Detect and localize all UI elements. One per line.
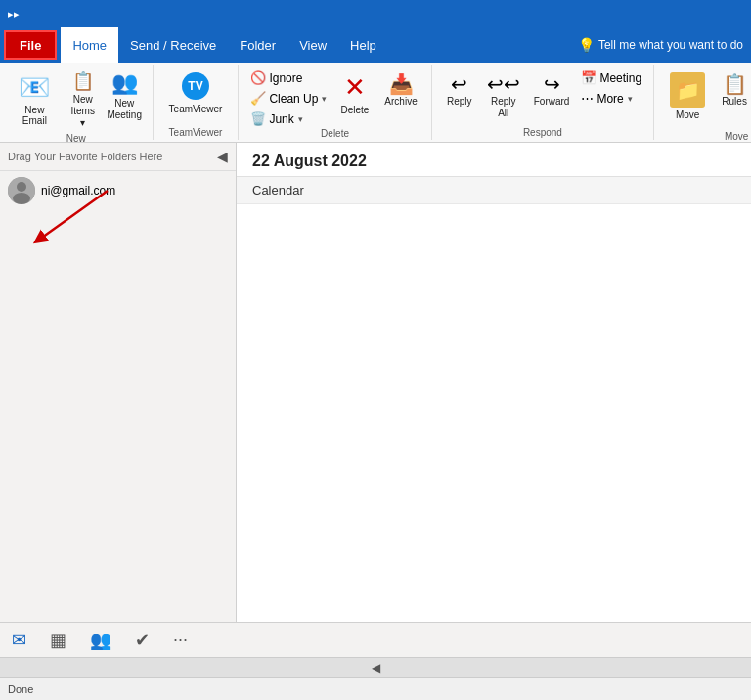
- archive-button[interactable]: 📥 Archive: [378, 68, 422, 111]
- junk-label: Junk: [269, 112, 293, 126]
- date-header: 22 August 2022: [237, 143, 751, 177]
- status-text: Done: [8, 683, 33, 695]
- delete-button[interactable]: ✕ Delete: [332, 68, 376, 119]
- lightbulb-icon: 💡: [578, 37, 595, 53]
- avatar: [8, 177, 35, 204]
- ribbon-group-respond-content: ↩ Reply ↩↩ ReplyAll ↪ Forward 📅 Meeting: [440, 68, 645, 127]
- more-respond-icon: ⋯: [581, 91, 594, 106]
- meeting-respond-button[interactable]: 📅 Meeting: [577, 68, 645, 87]
- menu-send-receive[interactable]: Send / Receive: [118, 27, 228, 63]
- delete-small-btns: 🚫 Ignore 🧹 Clean Up ▾ 🗑️ Junk ▾: [246, 68, 331, 128]
- more-respond-arrow: ▾: [628, 94, 633, 104]
- svg-point-1: [17, 182, 26, 192]
- sidebar: Drag Your Favorite Folders Here ◀ ni@gma…: [0, 143, 237, 622]
- menu-folder[interactable]: Folder: [228, 27, 287, 63]
- ribbon-group-tv-content: TV TeamViewer: [161, 68, 231, 127]
- more-respond-label: More: [596, 92, 623, 106]
- scroll-bar-bottom[interactable]: ◀: [0, 657, 751, 677]
- new-meeting-icon: 👥: [111, 70, 138, 96]
- junk-arrow: ▾: [298, 114, 303, 124]
- move-button[interactable]: 📁 Move: [662, 68, 713, 124]
- ribbon-group-move-label: Move: [725, 131, 748, 144]
- new-items-icon: 📋: [72, 70, 94, 92]
- app-body: Drag Your Favorite Folders Here ◀ ni@gma…: [0, 143, 751, 622]
- tell-me-text: Tell me what you want to do: [598, 38, 743, 52]
- file-button[interactable]: File: [4, 30, 57, 60]
- bottom-nav: ✉ ▦ 👥 ✔ ···: [0, 622, 751, 657]
- ignore-label: Ignore: [269, 71, 302, 85]
- teamviewer-button[interactable]: TV TeamViewer: [161, 68, 231, 118]
- move-label: Move: [676, 109, 699, 120]
- ignore-button[interactable]: 🚫 Ignore: [246, 68, 331, 87]
- reply-all-icon: ↩↩: [487, 72, 520, 96]
- cleanup-arrow: ▾: [322, 94, 327, 104]
- ribbon: 📧 New Email 📋 NewItems ▾ 👥 NewMeeting Ne…: [0, 63, 751, 143]
- ribbon-group-teamviewer: TV TeamViewer TeamViewer: [154, 65, 240, 140]
- ribbon-group-delete-content: 🚫 Ignore 🧹 Clean Up ▾ 🗑️ Junk ▾ ✕ Delete: [246, 68, 422, 128]
- title-dots: ▸▸: [8, 8, 20, 21]
- new-items-label: NewItems ▾: [69, 94, 97, 129]
- reply-all-button[interactable]: ↩↩ ReplyAll: [481, 68, 526, 123]
- reply-button[interactable]: ↩ Reply: [440, 68, 479, 111]
- ribbon-group-new-label: New: [66, 133, 86, 146]
- status-bar: Done: [0, 677, 751, 700]
- main-content: 22 August 2022 Calendar: [237, 143, 751, 622]
- respond-secondary-btns: 📅 Meeting ⋯ More ▾: [577, 68, 645, 108]
- new-email-label: New Email: [16, 105, 54, 126]
- menu-home[interactable]: Home: [61, 27, 118, 63]
- scroll-left-icon[interactable]: ◀: [372, 661, 380, 675]
- menu-bar: File Home Send / Receive Folder View Hel…: [0, 27, 751, 63]
- delete-label: Delete: [340, 105, 369, 115]
- ribbon-group-move: 📁 Move 📋 Rules N Send toOneNote Move: [654, 65, 751, 140]
- teamviewer-icon: TV: [182, 72, 209, 100]
- ribbon-group-respond: ↩ Reply ↩↩ ReplyAll ↪ Forward 📅 Meeting: [432, 65, 654, 140]
- title-bar: ▸▸: [0, 0, 751, 27]
- move-icon: 📁: [670, 72, 705, 108]
- sidebar-collapse-arrow[interactable]: ◀: [217, 149, 228, 164]
- meeting-respond-icon: 📅: [581, 70, 596, 85]
- favorites-bar: Drag Your Favorite Folders Here ◀: [0, 143, 236, 171]
- new-meeting-label: NewMeeting: [107, 98, 142, 121]
- ignore-icon: 🚫: [250, 70, 266, 85]
- rules-icon: 📋: [723, 72, 747, 96]
- menu-view[interactable]: View: [287, 27, 338, 63]
- rules-button[interactable]: 📋 Rules: [715, 68, 751, 111]
- menu-help[interactable]: Help: [338, 27, 388, 63]
- calendar-item[interactable]: Calendar: [237, 177, 751, 204]
- new-email-icon: 📧: [19, 72, 50, 103]
- reply-icon: ↩: [451, 72, 467, 96]
- svg-point-2: [13, 193, 30, 204]
- new-email-button[interactable]: 📧 New Email: [8, 68, 62, 130]
- avatar-svg: [8, 177, 35, 204]
- tell-me-bar[interactable]: 💡 Tell me what you want to do: [578, 37, 743, 53]
- forward-icon: ↪: [544, 72, 560, 96]
- reply-all-label: ReplyAll: [491, 96, 516, 119]
- meeting-respond-label: Meeting: [599, 71, 641, 85]
- cleanup-button[interactable]: 🧹 Clean Up ▾: [246, 89, 331, 108]
- account-row[interactable]: ni@gmail.com: [0, 171, 236, 210]
- ribbon-group-delete-label: Delete: [321, 128, 349, 141]
- cleanup-icon: 🧹: [250, 91, 266, 106]
- new-items-button[interactable]: 📋 NewItems ▾: [64, 68, 103, 133]
- more-respond-button[interactable]: ⋯ More ▾: [577, 89, 645, 108]
- nav-people-icon[interactable]: 👥: [86, 626, 115, 655]
- rules-label: Rules: [722, 96, 747, 108]
- forward-button[interactable]: ↪ Forward: [528, 68, 576, 111]
- cleanup-label: Clean Up: [269, 92, 318, 106]
- account-email: ni@gmail.com: [41, 184, 115, 197]
- nav-mail-icon[interactable]: ✉: [8, 626, 30, 655]
- nav-calendar-icon[interactable]: ▦: [46, 626, 70, 655]
- teamviewer-label: TeamViewer: [169, 104, 223, 114]
- junk-button[interactable]: 🗑️ Junk ▾: [246, 109, 331, 128]
- delete-icon: ✕: [344, 72, 366, 103]
- ribbon-group-tv-label: TeamViewer: [169, 127, 223, 140]
- forward-label: Forward: [534, 96, 570, 108]
- favorites-label: Drag Your Favorite Folders Here: [8, 151, 162, 162]
- ribbon-group-respond-label: Respond: [523, 127, 562, 140]
- new-meeting-button[interactable]: 👥 NewMeeting: [105, 68, 145, 125]
- nav-more-icon[interactable]: ···: [169, 626, 192, 654]
- ribbon-group-new: 📧 New Email 📋 NewItems ▾ 👥 NewMeeting Ne…: [0, 65, 154, 140]
- nav-tasks-icon[interactable]: ✔: [131, 626, 154, 655]
- archive-label: Archive: [384, 96, 417, 108]
- reply-label: Reply: [447, 96, 472, 108]
